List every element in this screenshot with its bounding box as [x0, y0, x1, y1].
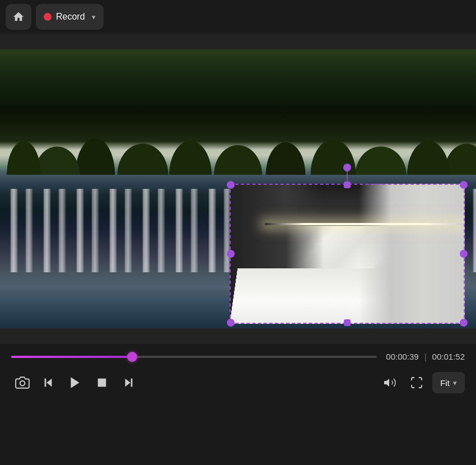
stop-button[interactable]	[90, 370, 114, 395]
handle-bottom-mid[interactable]	[344, 319, 351, 326]
svg-point-0	[20, 381, 25, 386]
toolbar-strip	[0, 34, 476, 49]
fullscreen-icon	[410, 376, 423, 389]
svg-rect-4	[98, 379, 106, 387]
svg-marker-5	[125, 379, 130, 387]
fullscreen-button[interactable]	[405, 371, 428, 394]
svg-rect-2	[45, 379, 46, 387]
play-button[interactable]	[63, 370, 87, 395]
pip-scene	[230, 184, 465, 324]
time-display: 00:00:39 | 00:01:52	[386, 352, 465, 361]
svg-marker-3	[71, 377, 79, 388]
record-chevron-icon: ▾	[92, 13, 96, 21]
camera-icon	[15, 375, 30, 390]
handle-bottom-right[interactable]	[460, 319, 468, 327]
handle-top-left[interactable]	[227, 181, 235, 189]
stop-icon	[96, 376, 108, 389]
top-stem-handle[interactable]	[343, 164, 351, 171]
svg-rect-6	[131, 379, 133, 387]
progress-row: 00:00:39 | 00:01:52	[11, 352, 465, 361]
fit-chevron-icon: ▾	[453, 379, 457, 387]
fit-dropdown[interactable]: Fit ▾	[432, 372, 465, 393]
current-time: 00:00:39	[386, 352, 418, 361]
top-bar: Record ▾	[0, 0, 476, 34]
progress-fill	[11, 356, 132, 358]
progress-track[interactable]	[11, 356, 377, 358]
snapshot-button[interactable]	[11, 371, 34, 394]
handle-top-right[interactable]	[460, 181, 468, 189]
transport-row: Fit ▾	[11, 370, 465, 395]
room-light-strip	[265, 223, 465, 225]
video-area	[0, 49, 476, 328]
pip-video	[230, 184, 465, 324]
record-dot-icon	[44, 13, 52, 21]
transport-left	[11, 370, 141, 395]
volume-icon	[383, 376, 396, 389]
svg-marker-7	[384, 379, 389, 387]
handle-mid-right[interactable]	[460, 250, 468, 258]
home-button[interactable]	[6, 4, 31, 30]
time-divider: |	[424, 352, 427, 361]
volume-button[interactable]	[379, 371, 401, 394]
record-label: Record	[56, 12, 85, 22]
handle-mid-left[interactable]	[227, 250, 235, 258]
fit-label: Fit	[440, 378, 450, 388]
play-icon	[68, 375, 82, 390]
progress-thumb[interactable]	[127, 352, 137, 362]
room-wall-right	[359, 184, 465, 324]
total-time: 00:01:52	[432, 352, 465, 361]
home-icon	[12, 11, 25, 23]
step-back-icon	[42, 376, 54, 389]
record-button[interactable]: Record ▾	[36, 4, 104, 30]
trees-overlay	[0, 49, 476, 175]
handle-top-mid[interactable]	[344, 182, 351, 188]
handle-bottom-left[interactable]	[227, 319, 235, 327]
step-back-button[interactable]	[36, 370, 60, 395]
svg-marker-1	[46, 379, 52, 387]
step-forward-icon	[123, 376, 135, 389]
step-forward-button[interactable]	[116, 370, 141, 395]
bottom-gray-bar	[0, 328, 476, 344]
transport-right: Fit ▾	[379, 371, 465, 394]
controls-area: 00:00:39 | 00:01:52	[0, 344, 476, 401]
